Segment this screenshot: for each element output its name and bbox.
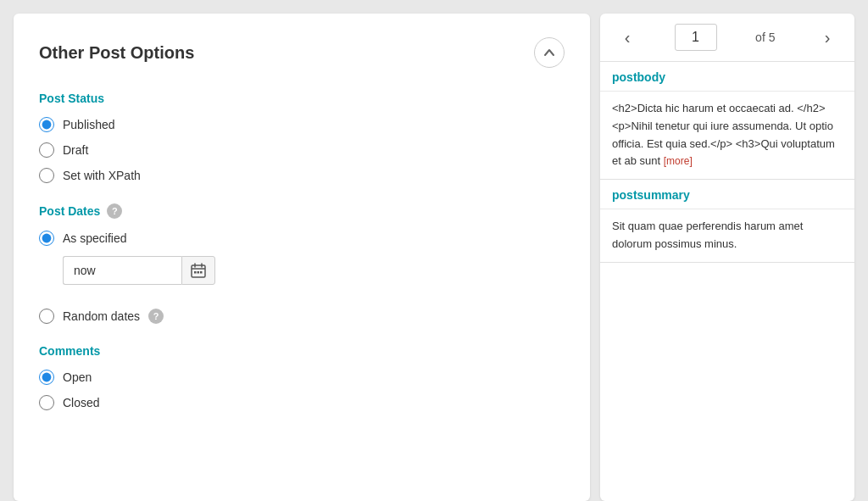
postbody-header: postbody [600, 62, 854, 92]
radio-xpath-input[interactable] [39, 168, 54, 183]
date-input-row [63, 256, 565, 285]
radio-open-input[interactable] [39, 370, 54, 385]
svg-rect-6 [200, 271, 203, 274]
comments-group: Open Closed [39, 370, 565, 410]
radio-open[interactable]: Open [39, 370, 565, 385]
post-dates-help-icon[interactable]: ? [107, 203, 122, 219]
radio-xpath[interactable]: Set with XPath [39, 168, 565, 183]
radio-draft-input[interactable] [39, 142, 54, 158]
radio-draft[interactable]: Draft [39, 142, 565, 158]
radio-random-dates[interactable]: Random dates ? [39, 309, 565, 324]
radio-closed-label: Closed [63, 396, 100, 409]
radio-closed[interactable]: Closed [39, 395, 565, 410]
radio-open-label: Open [63, 370, 92, 384]
post-dates-section-header: Post Dates ? [39, 203, 565, 219]
postbody-body: <h2>Dicta hic harum et occaecati ad. </h… [600, 92, 854, 179]
radio-closed-input[interactable] [39, 395, 54, 410]
radio-as-specified[interactable]: As specified [39, 231, 565, 246]
radio-published[interactable]: Published [39, 117, 565, 132]
panel-header: Other Post Options [39, 37, 565, 68]
date-input[interactable] [63, 256, 181, 285]
post-status-group: Published Draft Set with XPath [39, 117, 565, 183]
svg-rect-4 [194, 271, 197, 274]
radio-published-label: Published [63, 118, 115, 131]
calendar-icon [191, 263, 206, 278]
svg-rect-5 [198, 271, 200, 274]
random-dates-help-icon[interactable]: ? [148, 309, 164, 324]
left-panel: Other Post Options Post Status Published… [14, 14, 590, 501]
chevron-up-icon [543, 47, 555, 58]
radio-as-specified-input[interactable] [39, 231, 54, 246]
post-dates-group: As specified Random dates ? [39, 231, 565, 324]
radio-as-specified-label: As specified [63, 231, 126, 245]
radio-random-dates-input[interactable] [39, 309, 54, 324]
collapse-button[interactable] [534, 37, 565, 68]
postsummary-body: Sit quam quae perferendis harum amet dol… [600, 209, 854, 262]
postsummary-header: postsummary [600, 180, 854, 209]
postbody-section: postbody <h2>Dicta hic harum et occaecat… [600, 62, 854, 180]
navigation-bar: ‹ of 5 › [600, 14, 854, 62]
radio-xpath-label: Set with XPath [63, 169, 141, 182]
radio-draft-label: Draft [63, 143, 88, 157]
prev-page-button[interactable]: ‹ [614, 24, 641, 51]
right-panel: ‹ of 5 › postbody <h2>Dicta hic harum et… [600, 14, 854, 501]
calendar-button[interactable] [181, 256, 215, 285]
page-number-input[interactable] [675, 24, 717, 51]
comments-label: Comments [39, 344, 565, 358]
next-page-button[interactable]: › [814, 24, 841, 51]
panel-title: Other Post Options [39, 43, 194, 63]
radio-random-dates-label: Random dates [63, 309, 140, 323]
postsummary-section: postsummary Sit quam quae perferendis ha… [600, 180, 854, 263]
post-status-label: Post Status [39, 92, 565, 105]
content-area: postbody <h2>Dicta hic harum et occaecat… [600, 62, 854, 501]
post-dates-label: Post Dates [39, 204, 100, 218]
postbody-more-link[interactable]: [more] [664, 155, 693, 167]
radio-published-input[interactable] [39, 117, 54, 132]
page-of-label: of 5 [755, 31, 775, 44]
